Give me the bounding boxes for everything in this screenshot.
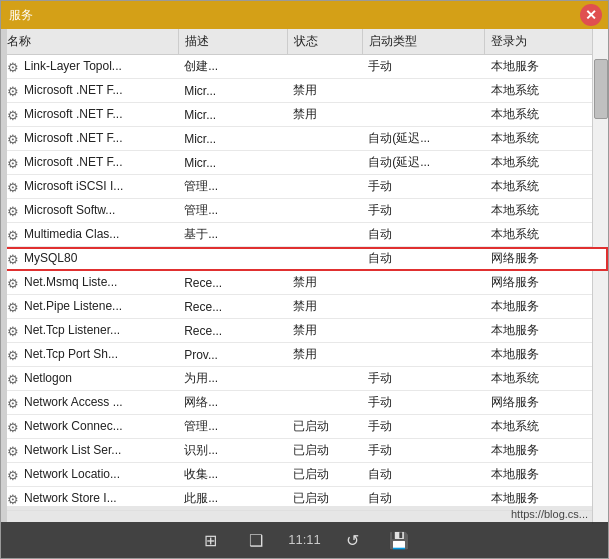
service-state-cell bbox=[287, 367, 362, 391]
close-button[interactable]: ✕ bbox=[580, 4, 602, 26]
service-desc-cell: Micr... bbox=[178, 127, 287, 151]
table-row[interactable]: ⚙Multimedia Clas...基于...自动本地系统 bbox=[1, 223, 608, 247]
table-row[interactable]: ⚙Microsoft .NET F...Micr...禁用本地系统 bbox=[1, 79, 608, 103]
service-start-cell: 自动 bbox=[362, 463, 485, 487]
taskbar-refresh-icon[interactable]: ↺ bbox=[339, 526, 367, 554]
service-start-cell: 自动(延迟... bbox=[362, 151, 485, 175]
window: 服务 ✕ 名称 描述 状态 启动类型 登录为 ⚙Link-Layer Topol… bbox=[0, 0, 609, 559]
service-name-cell: ⚙Net.Pipe Listene... bbox=[1, 295, 178, 319]
table-row[interactable]: ⚙Network Locatio...收集...已启动自动本地服务 bbox=[1, 463, 608, 487]
service-name-cell: ⚙Netlogon bbox=[1, 367, 178, 391]
gear-icon: ⚙ bbox=[7, 156, 21, 170]
service-start-cell: 手动 bbox=[362, 367, 485, 391]
scrollbar[interactable] bbox=[592, 29, 608, 524]
service-desc-cell bbox=[178, 247, 287, 271]
service-name-text: Netlogon bbox=[24, 371, 72, 385]
service-name-text: Microsoft .NET F... bbox=[24, 155, 122, 169]
title-bar: 服务 ✕ bbox=[1, 1, 608, 29]
table-row[interactable]: ⚙Microsoft .NET F...Micr...禁用本地系统 bbox=[1, 103, 608, 127]
service-name-cell: ⚙Microsoft .NET F... bbox=[1, 79, 178, 103]
table-row[interactable]: ⚙Network List Ser...识别...已启动手动本地服务 bbox=[1, 439, 608, 463]
table-row[interactable]: ⚙Network Connec...管理...已启动手动本地系统 bbox=[1, 415, 608, 439]
table-row[interactable]: ⚙Network Access ...网络...手动网络服务 bbox=[1, 391, 608, 415]
taskbar-start-icon[interactable]: ⊞ bbox=[196, 526, 224, 554]
service-name-text: Net.Msmq Liste... bbox=[24, 275, 117, 289]
service-login-cell: 网络服务 bbox=[485, 271, 608, 295]
service-desc-cell: Micr... bbox=[178, 151, 287, 175]
table-header-row: 名称 描述 状态 启动类型 登录为 bbox=[1, 29, 608, 55]
service-state-cell: 禁用 bbox=[287, 343, 362, 367]
url-bar: https://blog.cs... bbox=[1, 506, 592, 522]
table-row[interactable]: ⚙Net.Msmq Liste...Rece...禁用网络服务 bbox=[1, 271, 608, 295]
service-state-cell: 禁用 bbox=[287, 79, 362, 103]
services-table: 名称 描述 状态 启动类型 登录为 ⚙Link-Layer Topol...创建… bbox=[1, 29, 608, 511]
service-state-cell bbox=[287, 127, 362, 151]
service-name-cell: ⚙Network Access ... bbox=[1, 391, 178, 415]
table-row[interactable]: ⚙Net.Tcp Listener...Rece...禁用本地服务 bbox=[1, 319, 608, 343]
service-name-text: Network List Ser... bbox=[24, 443, 121, 457]
service-desc-cell: Prov... bbox=[178, 343, 287, 367]
gear-icon: ⚙ bbox=[7, 60, 21, 74]
service-state-cell: 禁用 bbox=[287, 103, 362, 127]
service-start-cell: 手动 bbox=[362, 391, 485, 415]
service-name-text: Microsoft Softw... bbox=[24, 203, 115, 217]
service-state-cell bbox=[287, 199, 362, 223]
col-header-state[interactable]: 状态 bbox=[287, 29, 362, 55]
service-desc-cell: Rece... bbox=[178, 319, 287, 343]
service-desc-cell: 管理... bbox=[178, 415, 287, 439]
service-login-cell: 本地系统 bbox=[485, 415, 608, 439]
service-name-text: Network Locatio... bbox=[24, 467, 120, 481]
service-desc-cell: Micr... bbox=[178, 103, 287, 127]
table-row[interactable]: ⚙Microsoft .NET F...Micr...自动(延迟...本地系统 bbox=[1, 151, 608, 175]
table-row[interactable]: ⚙Net.Tcp Port Sh...Prov...禁用本地服务 bbox=[1, 343, 608, 367]
col-header-name[interactable]: 名称 bbox=[1, 29, 178, 55]
table-row[interactable]: ⚙Link-Layer Topol...创建...手动本地服务 bbox=[1, 55, 608, 79]
taskbar-save-icon[interactable]: 💾 bbox=[385, 526, 413, 554]
service-name-cell: ⚙MySQL80 bbox=[1, 247, 178, 271]
service-start-cell bbox=[362, 343, 485, 367]
table-row[interactable]: ⚙Net.Pipe Listene...Rece...禁用本地服务 bbox=[1, 295, 608, 319]
service-name-cell: ⚙Network Locatio... bbox=[1, 463, 178, 487]
service-login-cell: 本地服务 bbox=[485, 439, 608, 463]
scrollbar-thumb[interactable] bbox=[594, 59, 608, 119]
taskbar: ⊞ ❑ 11:11 ↺ 💾 bbox=[1, 522, 608, 558]
service-state-cell bbox=[287, 247, 362, 271]
service-login-cell: 本地系统 bbox=[485, 103, 608, 127]
left-edge bbox=[1, 29, 7, 522]
table-row[interactable]: ⚙Microsoft iSCSI I...管理...手动本地系统 bbox=[1, 175, 608, 199]
service-login-cell: 本地系统 bbox=[485, 127, 608, 151]
service-desc-cell: Rece... bbox=[178, 295, 287, 319]
service-name-cell: ⚙Microsoft .NET F... bbox=[1, 151, 178, 175]
gear-icon: ⚙ bbox=[7, 84, 21, 98]
service-name-cell: ⚙Microsoft .NET F... bbox=[1, 103, 178, 127]
gear-icon: ⚙ bbox=[7, 372, 21, 386]
service-start-cell: 自动(延迟... bbox=[362, 127, 485, 151]
service-name-cell: ⚙Net.Tcp Listener... bbox=[1, 319, 178, 343]
col-header-desc[interactable]: 描述 bbox=[178, 29, 287, 55]
service-name-text: Microsoft .NET F... bbox=[24, 83, 122, 97]
service-login-cell: 本地系统 bbox=[485, 175, 608, 199]
service-login-cell: 本地服务 bbox=[485, 295, 608, 319]
table-row[interactable]: ⚙Microsoft .NET F...Micr...自动(延迟...本地系统 bbox=[1, 127, 608, 151]
table-row[interactable]: ⚙MySQL80自动网络服务 bbox=[1, 247, 608, 271]
taskbar-window-icon[interactable]: ❑ bbox=[242, 526, 270, 554]
service-state-cell bbox=[287, 175, 362, 199]
service-start-cell: 自动 bbox=[362, 223, 485, 247]
service-desc-cell: 收集... bbox=[178, 463, 287, 487]
service-desc-cell: 网络... bbox=[178, 391, 287, 415]
services-table-area: 名称 描述 状态 启动类型 登录为 ⚙Link-Layer Topol...创建… bbox=[1, 29, 608, 524]
service-name-cell: ⚙Microsoft iSCSI I... bbox=[1, 175, 178, 199]
col-header-start[interactable]: 启动类型 bbox=[362, 29, 485, 55]
gear-icon: ⚙ bbox=[7, 444, 21, 458]
service-start-cell bbox=[362, 319, 485, 343]
service-state-cell bbox=[287, 223, 362, 247]
service-name-cell: ⚙Net.Tcp Port Sh... bbox=[1, 343, 178, 367]
service-state-cell bbox=[287, 391, 362, 415]
table-row[interactable]: ⚙Microsoft Softw...管理...手动本地系统 bbox=[1, 199, 608, 223]
col-header-login[interactable]: 登录为 bbox=[485, 29, 608, 55]
table-row[interactable]: ⚙Netlogon为用...手动本地系统 bbox=[1, 367, 608, 391]
service-start-cell bbox=[362, 295, 485, 319]
service-desc-cell: 管理... bbox=[178, 199, 287, 223]
service-state-cell bbox=[287, 55, 362, 79]
service-login-cell: 本地系统 bbox=[485, 367, 608, 391]
